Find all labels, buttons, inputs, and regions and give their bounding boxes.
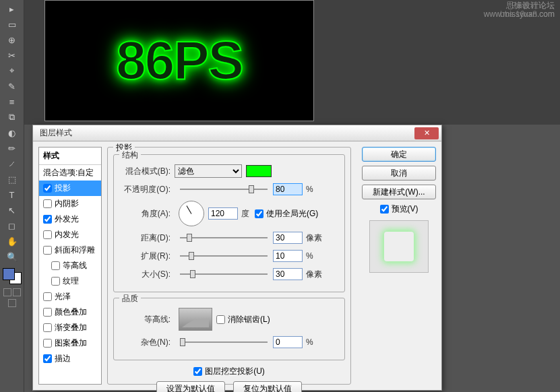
color-overlay-check[interactable] xyxy=(43,308,52,317)
inner-glow-check[interactable] xyxy=(43,230,52,239)
spread-slider[interactable] xyxy=(180,251,268,261)
outer-glow-item[interactable]: 外发光 xyxy=(39,211,101,227)
preview-box xyxy=(369,220,429,273)
preview-swatch-icon xyxy=(384,232,414,261)
eraser-tool[interactable]: ✏ xyxy=(1,141,23,156)
contour-check[interactable] xyxy=(51,261,60,270)
antialias-label: 消除锯齿(L) xyxy=(228,314,270,325)
blending-options-item[interactable]: 混合选项:自定 xyxy=(39,165,101,181)
layer-style-dialog: 图层样式 ✕ 样式 混合选项:自定 投影 内阴影 外发光 内发光 斜面和浮雕 等… xyxy=(32,125,442,391)
angle-label: 角度(A): xyxy=(121,208,170,220)
close-button[interactable]: ✕ xyxy=(414,127,439,139)
angle-control[interactable] xyxy=(179,201,204,226)
size-label: 大小(S): xyxy=(121,269,170,280)
distance-slider[interactable] xyxy=(180,232,268,243)
knockout-check[interactable] xyxy=(193,367,202,376)
path-tool[interactable]: ↖ xyxy=(1,203,23,218)
reset-default-button[interactable]: 复位为默认值 xyxy=(233,381,302,392)
pattern-overlay-check[interactable] xyxy=(43,339,52,348)
lasso-tool[interactable]: ⊕ xyxy=(1,32,23,47)
angle-unit: 度 xyxy=(241,208,249,220)
hand-tool[interactable]: ✋ xyxy=(1,234,23,249)
screenmode-toggle[interactable] xyxy=(2,299,22,308)
watermark-2: PS教程论坛 bbs.16xx8.com xyxy=(471,1,555,19)
blur-tool[interactable]: ⬚ xyxy=(1,172,23,187)
gradient-overlay-item[interactable]: 渐变叠加 xyxy=(39,320,101,335)
zoom-tool[interactable]: 🔍 xyxy=(1,249,23,264)
ok-button[interactable]: 确定 xyxy=(362,147,436,162)
marquee-tool[interactable]: ▭ xyxy=(1,17,23,32)
styles-header: 样式 xyxy=(39,148,101,165)
satin-check[interactable] xyxy=(43,292,52,301)
preview-check[interactable] xyxy=(380,205,389,214)
gradient-overlay-check[interactable] xyxy=(43,323,52,332)
history-brush-tool[interactable]: ◐ xyxy=(1,125,23,140)
foreground-color-icon xyxy=(3,268,15,280)
size-input[interactable] xyxy=(273,268,303,280)
distance-input[interactable] xyxy=(273,232,303,244)
pattern-overlay-item[interactable]: 图案叠加 xyxy=(39,335,101,351)
gradient-tool[interactable]: ⟋ xyxy=(1,156,23,171)
crop-tool[interactable]: ✂ xyxy=(1,48,23,63)
noise-input[interactable] xyxy=(273,336,303,348)
brush-tool[interactable]: ≡ xyxy=(1,94,23,109)
spread-label: 扩展(R): xyxy=(121,251,170,262)
tool-palette: ▸ ▭ ⊕ ✂ ⌖ ✎ ≡ ⧉ ◐ ✏ ⟋ ⬚ T ↖ ◻ ✋ 🔍 xyxy=(0,0,24,392)
quality-group: 品质 等高线: 消除锯齿(L) 杂色(N): % xyxy=(113,298,345,360)
size-unit: 像素 xyxy=(306,269,322,280)
color-overlay-item[interactable]: 颜色叠加 xyxy=(39,304,101,320)
cancel-button[interactable]: 取消 xyxy=(362,166,436,181)
satin-item[interactable]: 光泽 xyxy=(39,289,101,304)
antialias-check[interactable] xyxy=(216,315,225,324)
inner-shadow-item[interactable]: 内阴影 xyxy=(39,196,101,211)
inner-shadow-check[interactable] xyxy=(43,199,52,208)
stamp-tool[interactable]: ⧉ xyxy=(1,110,23,125)
opacity-input[interactable] xyxy=(273,183,303,195)
shadow-color-swatch[interactable] xyxy=(246,165,272,177)
inner-glow-item[interactable]: 内发光 xyxy=(39,227,101,242)
size-slider[interactable] xyxy=(180,269,268,280)
opacity-label: 不透明度(O): xyxy=(121,184,170,195)
noise-slider[interactable] xyxy=(180,337,268,348)
document-canvas[interactable]: 86PS xyxy=(44,0,314,121)
set-default-button[interactable]: 设置为默认值 xyxy=(156,381,225,392)
action-panel: 确定 取消 新建样式(W)... 预览(V) xyxy=(356,147,436,385)
quality-legend: 品质 xyxy=(119,293,141,304)
global-light-check[interactable] xyxy=(255,209,263,218)
stroke-check[interactable] xyxy=(43,354,52,363)
healing-tool[interactable]: ✎ xyxy=(1,79,23,94)
quickmask-toggle[interactable] xyxy=(2,288,22,298)
drop-shadow-check[interactable] xyxy=(43,184,52,193)
spread-input[interactable] xyxy=(273,250,303,262)
styles-list: 样式 混合选项:自定 投影 内阴影 外发光 内发光 斜面和浮雕 等高线 纹理 光… xyxy=(38,147,102,385)
contour-label: 等高线: xyxy=(121,314,170,325)
type-tool[interactable]: T xyxy=(1,187,23,202)
structure-group: 结构 混合模式(B): 滤色 不透明度(O): % 角度(A): xyxy=(113,154,345,292)
outer-glow-check[interactable] xyxy=(43,215,52,224)
preview-label: 预览(V) xyxy=(392,203,418,215)
knockout-label: 图层挖空投影(U) xyxy=(205,366,265,377)
bevel-item[interactable]: 斜面和浮雕 xyxy=(39,242,101,258)
opacity-slider[interactable] xyxy=(180,184,268,195)
texture-check[interactable] xyxy=(51,277,60,286)
stroke-item[interactable]: 描边 xyxy=(39,351,101,366)
contour-picker[interactable] xyxy=(179,308,212,331)
new-style-button[interactable]: 新建样式(W)... xyxy=(362,185,436,199)
bevel-check[interactable] xyxy=(43,246,52,255)
dialog-titlebar[interactable]: 图层样式 ✕ xyxy=(33,125,441,141)
dialog-title: 图层样式 xyxy=(36,127,414,139)
eyedropper-tool[interactable]: ⌖ xyxy=(1,63,23,78)
blend-mode-select[interactable]: 滤色 xyxy=(175,164,242,178)
contour-item[interactable]: 等高线 xyxy=(39,258,101,273)
color-swatches[interactable] xyxy=(3,268,22,284)
shape-tool[interactable]: ◻ xyxy=(1,218,23,233)
opacity-unit: % xyxy=(306,185,313,194)
spread-unit: % xyxy=(306,251,313,261)
distance-unit: 像素 xyxy=(306,232,322,244)
noise-label: 杂色(N): xyxy=(121,337,170,348)
blend-mode-label: 混合模式(B): xyxy=(121,166,170,177)
texture-item[interactable]: 纹理 xyxy=(39,273,101,289)
angle-input[interactable] xyxy=(208,207,238,220)
drop-shadow-item[interactable]: 投影 xyxy=(39,181,101,196)
move-tool[interactable]: ▸ xyxy=(1,1,23,16)
